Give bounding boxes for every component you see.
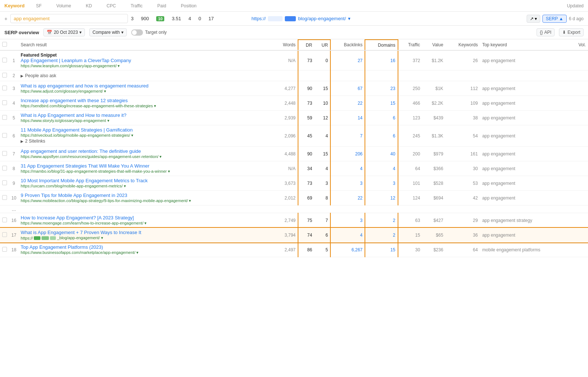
table-row: 1 Featured Snippet App Engagement | Lean… <box>0 50 588 71</box>
cell-top-keyword: app engagement <box>480 111 571 125</box>
row-checkbox[interactable] <box>2 73 7 78</box>
result-url: https://www.businessofapps.com/marketpla… <box>21 250 270 255</box>
cell-check[interactable] <box>0 71 9 81</box>
cell-top-keyword: app engagement <box>480 50 571 71</box>
row-checkbox[interactable] <box>2 100 7 105</box>
row-checkbox[interactable] <box>2 133 7 138</box>
cell-domains: 2 <box>365 228 398 243</box>
result-title[interactable]: 9 Proven Tips for Mobile App Engagement … <box>21 193 270 198</box>
url-dropdown-icon[interactable]: ▾ <box>348 16 351 21</box>
target-only-toggle[interactable]: Target only <box>131 29 167 36</box>
date-button[interactable]: 📅 20 Oct 2023 ▾ <box>43 28 85 36</box>
keyword-input[interactable] <box>14 16 125 21</box>
sf-header: SF <box>36 3 42 8</box>
cell-keywords: 109 <box>445 96 480 111</box>
cell-top-keyword: mobile engagement platforms <box>480 243 571 257</box>
cell-check[interactable] <box>0 176 9 191</box>
cell-value: $439 <box>422 111 445 125</box>
result-title[interactable]: Increase app engagement with these 12 st… <box>21 98 270 103</box>
row-checkbox[interactable] <box>2 58 7 62</box>
result-title[interactable]: How to Increase App Engagement? [A 2023 … <box>21 215 270 220</box>
cell-check[interactable] <box>0 125 9 147</box>
th-ur[interactable]: UR <box>314 40 330 50</box>
cell-check[interactable] <box>0 50 9 71</box>
cell-num: 7 <box>9 147 18 161</box>
th-words[interactable]: Words <box>273 40 298 50</box>
cell-check[interactable] <box>0 111 9 125</box>
cell-top-keyword: app engagement strategy <box>480 213 571 228</box>
url-green-bar-2 <box>42 236 49 240</box>
row-checkbox[interactable] <box>2 151 7 156</box>
result-title[interactable]: Top App Engagement Platforms (2023) <box>21 244 270 250</box>
result-title[interactable]: App Engagement | Leanplum a CleverTap Co… <box>21 58 270 63</box>
paid-header: Paid <box>157 3 166 8</box>
result-title[interactable]: 31 App Engagement Strategies That Will M… <box>21 163 270 169</box>
cell-result: 9 Proven Tips for Mobile App Engagement … <box>18 191 273 205</box>
url-slug: blog/app-engagement/ <box>298 16 346 21</box>
triangle-icon: ▶ <box>21 74 24 78</box>
table-row: 17 What is App Engagement + 7 Proven Way… <box>0 228 588 243</box>
cell-result: Featured Snippet App Engagement | Leanpl… <box>18 50 273 71</box>
cell-dr: 34 <box>298 161 314 176</box>
cell-ur: 4 <box>314 125 330 147</box>
cell-domains: 3 <box>365 176 398 191</box>
row-checkbox[interactable] <box>2 195 7 200</box>
cell-dr: 73 <box>298 96 314 111</box>
cell-num: 4 <box>9 96 18 111</box>
cell-check[interactable] <box>0 147 9 161</box>
result-title[interactable]: 11 Mobile App Engagement Strategies | Ga… <box>21 127 270 133</box>
result-title[interactable]: What is App Engagement + 7 Proven Ways t… <box>21 230 270 235</box>
th-traffic[interactable]: Traffic <box>398 40 422 50</box>
result-title[interactable]: What is App Engagement and How to measur… <box>21 112 270 118</box>
th-keywords[interactable]: Keywords <box>445 40 480 50</box>
row-checkbox[interactable] <box>2 247 7 252</box>
th-domains[interactable]: Domains <box>365 40 398 50</box>
result-title[interactable]: What is app engagement and how is engage… <box>21 83 270 89</box>
kd-badge: 10 <box>156 16 164 21</box>
export-button[interactable]: ⬇ Export <box>559 28 584 36</box>
keyword-input-wrap[interactable] <box>10 14 128 23</box>
row-checkbox[interactable] <box>2 115 7 120</box>
cell-check[interactable] <box>0 243 9 257</box>
cell-check[interactable] <box>0 81 9 96</box>
header-checkbox[interactable] <box>2 42 7 47</box>
result-title[interactable]: 10 Most Important Mobile App Engagement … <box>21 178 270 183</box>
row-checkbox[interactable] <box>2 218 7 222</box>
api-button[interactable]: {} API <box>537 28 555 36</box>
row-checkbox[interactable] <box>2 86 7 90</box>
sitelinks-row[interactable]: ▶ 2 Sitelinks <box>21 138 270 144</box>
result-title[interactable]: App engagement and user retention: The d… <box>21 148 270 154</box>
compare-button[interactable]: Compare with ▾ <box>89 28 127 36</box>
th-dr[interactable]: DR <box>298 40 314 50</box>
serp-button[interactable]: SERP ▲ <box>542 15 567 23</box>
cell-traffic <box>398 71 422 81</box>
trend-button[interactable]: ↗ ▾ <box>527 15 540 23</box>
cell-domains <box>365 71 398 81</box>
cell-check[interactable] <box>0 96 9 111</box>
th-vol[interactable]: Vol. <box>571 40 588 50</box>
row-checkbox[interactable] <box>2 166 7 170</box>
cell-check[interactable] <box>0 191 9 205</box>
cell-check[interactable] <box>0 213 9 228</box>
cell-check[interactable] <box>0 228 9 243</box>
row-checkbox[interactable] <box>2 232 7 237</box>
cell-traffic: 63 <box>398 213 422 228</box>
th-value[interactable]: Value <box>422 40 445 50</box>
cpc-value: 3.51 <box>172 16 181 21</box>
cell-traffic: 200 <box>398 147 422 161</box>
result-url: https://www.leanplum.com/glossary/app-en… <box>21 64 270 68</box>
cell-domains: 2 <box>365 213 398 228</box>
th-backlinks[interactable]: Backlinks <box>330 40 365 50</box>
cell-value: $979 <box>422 147 445 161</box>
cell-top-keyword: app engagement <box>480 228 571 243</box>
cell-ur: 7 <box>314 213 330 228</box>
plus-icon[interactable]: + <box>4 16 7 22</box>
toggle-switch[interactable] <box>131 29 143 36</box>
cell-result: How to Increase App Engagement? [A 2023 … <box>18 213 273 228</box>
th-top-keyword[interactable]: Top keyword <box>480 40 571 50</box>
row-checkbox[interactable] <box>2 180 7 185</box>
cell-vol <box>571 147 588 161</box>
people-also-ask-row[interactable]: ▶ People also ask <box>21 72 270 79</box>
cell-top-keyword: app engagement <box>480 147 571 161</box>
cell-check[interactable] <box>0 161 9 176</box>
